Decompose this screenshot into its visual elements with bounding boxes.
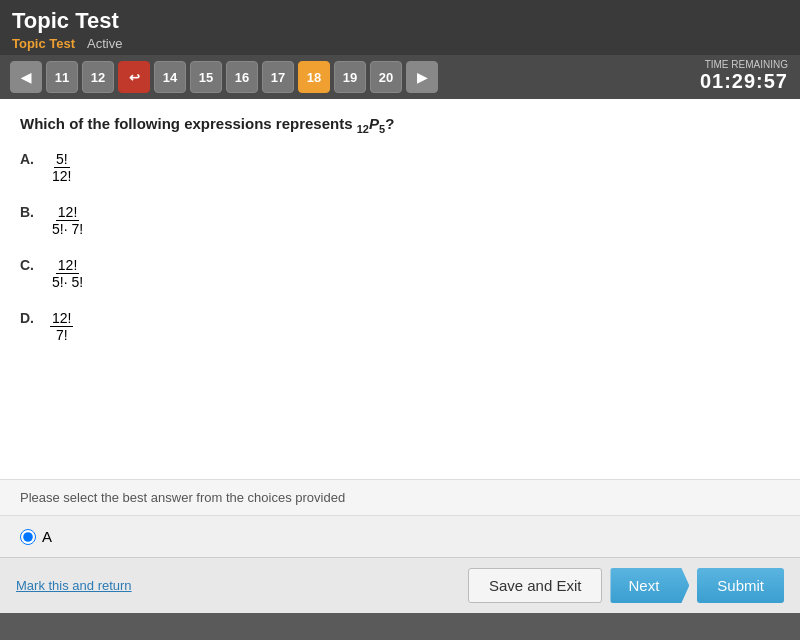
subtitle-row: Topic Test Active xyxy=(12,36,788,51)
question-suffix: ? xyxy=(385,115,394,132)
timer-value: 01:29:57 xyxy=(700,70,788,93)
save-exit-button[interactable]: Save and Exit xyxy=(468,568,603,603)
nav-page-15[interactable]: 15 xyxy=(190,61,222,93)
nav-page-17[interactable]: 17 xyxy=(262,61,294,93)
option-d-fraction: 12! 7! xyxy=(50,310,73,343)
submit-button[interactable]: Submit xyxy=(697,568,784,603)
next-button[interactable]: Next xyxy=(610,568,689,603)
option-b-denominator: 5!· 7! xyxy=(50,221,85,237)
radio-option-a[interactable]: A xyxy=(20,528,52,545)
nav-page-18[interactable]: 18 xyxy=(298,61,330,93)
option-a-fraction: 5! 12! xyxy=(50,151,73,184)
main-content: Which of the following expressions repre… xyxy=(0,99,800,479)
radio-a-label: A xyxy=(42,528,52,545)
option-c-fraction: 12! 5!· 5! xyxy=(50,257,85,290)
timer-label: TIME REMAINING xyxy=(700,59,788,70)
answer-area: A xyxy=(0,515,800,557)
prev-arrow-button[interactable]: ◀ xyxy=(10,61,42,93)
option-d: D. 12! 7! xyxy=(20,310,780,343)
warning-bar: Please select the best answer from the c… xyxy=(0,479,800,515)
question-prefix: Which of the following expressions repre… xyxy=(20,115,357,132)
nav-page-14[interactable]: 14 xyxy=(154,61,186,93)
option-a-numerator: 5! xyxy=(54,151,70,168)
next-arrow-button[interactable]: ▶ xyxy=(406,61,438,93)
subtitle-topic: Topic Test xyxy=(12,36,75,51)
option-a-label: A. xyxy=(20,151,40,167)
nav-page-11[interactable]: 11 xyxy=(46,61,78,93)
option-b-label: B. xyxy=(20,204,40,220)
option-b: B. 12! 5!· 7! xyxy=(20,204,780,237)
subtitle-status: Active xyxy=(87,36,122,51)
option-b-fraction: 12! 5!· 7! xyxy=(50,204,85,237)
page-title: Topic Test xyxy=(12,8,788,34)
question-notation: 12P5 xyxy=(357,115,385,132)
back-arrow-button[interactable]: ↩ xyxy=(118,61,150,93)
warning-text: Please select the best answer from the c… xyxy=(20,490,345,505)
option-d-denominator: 7! xyxy=(54,327,70,343)
option-c-numerator: 12! xyxy=(56,257,79,274)
nav-page-16[interactable]: 16 xyxy=(226,61,258,93)
option-a: A. 5! 12! xyxy=(20,151,780,184)
radio-a[interactable] xyxy=(20,529,36,545)
nav-page-19[interactable]: 19 xyxy=(334,61,366,93)
question-text: Which of the following expressions repre… xyxy=(20,115,780,135)
option-d-label: D. xyxy=(20,310,40,326)
option-b-numerator: 12! xyxy=(56,204,79,221)
option-d-numerator: 12! xyxy=(50,310,73,327)
option-a-denominator: 12! xyxy=(50,168,73,184)
nav-page-12[interactable]: 12 xyxy=(82,61,114,93)
option-c-denominator: 5!· 5! xyxy=(50,274,85,290)
mark-return-link[interactable]: Mark this and return xyxy=(16,578,132,593)
nav-page-20[interactable]: 20 xyxy=(370,61,402,93)
footer: Mark this and return Save and Exit Next … xyxy=(0,557,800,613)
option-c-label: C. xyxy=(20,257,40,273)
navbar: ◀ 11 12 ↩ 14 15 16 17 18 19 20 ▶ TIME RE… xyxy=(0,55,800,99)
option-c: C. 12! 5!· 5! xyxy=(20,257,780,290)
header: Topic Test Topic Test Active xyxy=(0,0,800,55)
footer-buttons: Save and Exit Next Submit xyxy=(468,568,784,603)
timer-area: TIME REMAINING 01:29:57 xyxy=(700,59,788,93)
